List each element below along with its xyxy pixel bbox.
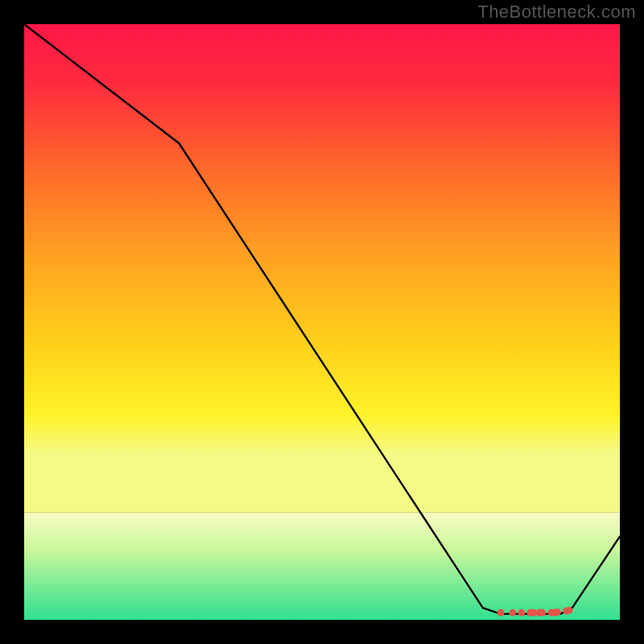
chart-marker — [566, 607, 573, 614]
chart-frame: TheBottleneck.com — [0, 0, 644, 644]
bottom-band — [24, 513, 620, 620]
watermark-text: TheBottleneck.com — [477, 2, 636, 23]
chart-marker — [554, 609, 561, 616]
chart-svg — [24, 24, 620, 620]
chart-marker — [518, 609, 525, 617]
gradient-background — [24, 24, 620, 513]
chart-marker — [497, 609, 505, 617]
chart-marker — [509, 609, 516, 617]
chart-marker — [539, 609, 546, 617]
chart-plot-area — [24, 24, 620, 620]
